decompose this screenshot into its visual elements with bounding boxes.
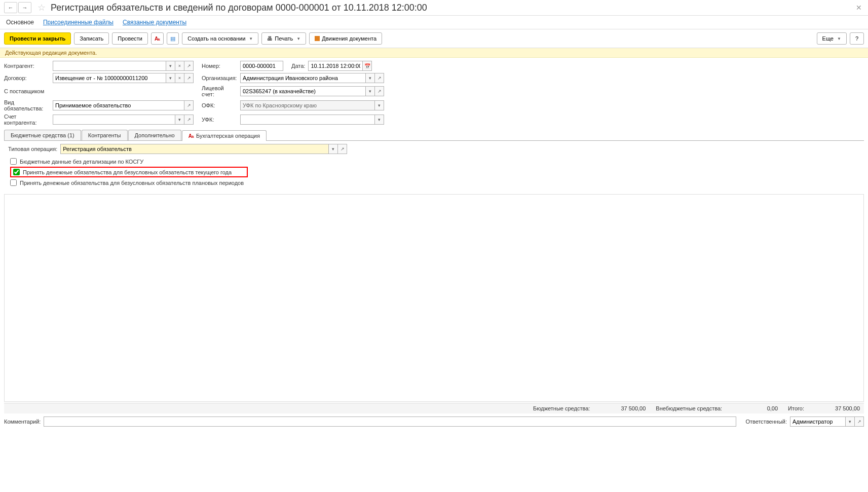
favorite-icon[interactable]: ☆ (37, 2, 46, 13)
budget-label: Бюджетные средства: (533, 405, 590, 411)
chk-kosgu-label: Бюджетные данные без детализации по КОСГ… (20, 159, 143, 165)
more-button[interactable]: Еще▼ (817, 32, 847, 45)
tab-accounting[interactable]: AₖБухгалтерская операция (182, 130, 267, 141)
chk-plan-periods[interactable] (10, 179, 17, 186)
open-icon[interactable]: ↗ (855, 417, 864, 427)
open-icon[interactable]: ↗ (184, 61, 194, 71)
obligation-type-input[interactable] (53, 100, 184, 110)
open-icon[interactable]: ↗ (184, 115, 194, 125)
print-button[interactable]: Печать▼ (261, 32, 306, 45)
ufk-input[interactable] (240, 115, 375, 125)
footer-totals: Бюджетные средства:37 500,00 Внебюджетны… (4, 403, 864, 413)
ofk-input[interactable] (240, 100, 375, 110)
more-label: Еще (822, 35, 834, 42)
clear-icon[interactable]: × (175, 61, 184, 71)
movements-button[interactable]: Движения документа (309, 32, 382, 45)
form-area: Контрагент: ▾ × ↗ Номер: Дата: Договор: … (0, 58, 868, 193)
print-label: Печать (275, 35, 293, 42)
number-label: Номер: (202, 63, 237, 69)
tab-additional[interactable]: Дополнительно (128, 130, 181, 140)
ofk-label: ОФК: (202, 102, 237, 108)
responsible-input[interactable] (790, 417, 846, 427)
list-button[interactable]: ▤ (167, 32, 179, 45)
open-icon[interactable]: ↗ (375, 86, 384, 96)
movements-label: Движения документа (322, 35, 376, 42)
comment-label: Комментарий: (4, 419, 41, 425)
dropdown-icon[interactable]: ▾ (175, 115, 184, 125)
chevron-down-icon: ▼ (296, 36, 300, 41)
page-title: Регистрация обязательств и сведений по д… (51, 3, 427, 13)
budget-value: 37 500,00 (605, 405, 646, 411)
open-icon[interactable]: ↗ (184, 73, 194, 83)
tab-content: Типовая операция: ▾ ↗ Бюджетные данные б… (4, 141, 864, 190)
offbudget-value: 0,00 (737, 405, 778, 411)
operation-input[interactable] (60, 144, 329, 154)
dropdown-icon[interactable]: ▾ (329, 144, 338, 154)
create-based-label: Создать на основании (187, 35, 245, 42)
nav-files[interactable]: Присоединенные файлы (43, 19, 114, 26)
bottom-bar: Комментарий: Ответственный: ▾ ↗ (0, 413, 868, 430)
date-label: Дата: (291, 63, 305, 69)
calendar-icon[interactable] (363, 61, 372, 71)
chk-kosgu[interactable] (10, 158, 17, 165)
open-icon[interactable]: ↗ (184, 100, 194, 110)
contract-label: Договор: (4, 75, 50, 81)
dropdown-icon[interactable]: ▾ (846, 417, 855, 427)
account-label: Счет контрагента: (4, 113, 50, 126)
print-icon (267, 35, 273, 42)
chevron-down-icon: ▼ (837, 36, 841, 41)
tab-counterparties[interactable]: Контрагенты (82, 130, 128, 140)
chk-plan-periods-label: Принять денежные обязательства для безус… (20, 180, 244, 186)
akt-button[interactable]: Aₖ (151, 32, 164, 45)
chk-row-1: Бюджетные данные без детализации по КОСГ… (8, 157, 860, 166)
akt-icon: Aₖ (155, 36, 160, 42)
tab-budget[interactable]: Бюджетные средства (1) (4, 130, 81, 140)
clear-icon[interactable]: × (175, 73, 184, 83)
responsible-label: Ответственный: (745, 419, 787, 425)
org-label: Организация: (202, 75, 237, 81)
date-input[interactable] (308, 61, 363, 71)
personal-acc-label: Лицевой счет: (202, 85, 237, 97)
forward-button[interactable]: → (18, 2, 31, 13)
ufk-label: УФК: (202, 117, 237, 123)
dropdown-icon[interactable]: ▾ (366, 86, 375, 96)
nav-main[interactable]: Основное (6, 19, 34, 26)
number-input[interactable] (240, 61, 283, 71)
counterparty-input[interactable] (53, 61, 166, 71)
header-bar: ← → ☆ Регистрация обязательств и сведени… (0, 0, 868, 16)
chk-row-2-wrapper: Принять денежные обязательства для безус… (8, 166, 860, 178)
write-button[interactable]: Записать (74, 32, 109, 45)
contract-input[interactable] (53, 73, 166, 83)
tab-accounting-label: Бухгалтерская операция (196, 133, 260, 139)
dropdown-icon[interactable]: ▾ (375, 115, 384, 125)
back-button[interactable]: ← (4, 2, 17, 13)
total-label: Итого: (788, 405, 804, 411)
help-button[interactable]: ? (850, 32, 864, 45)
dropdown-icon[interactable]: ▾ (166, 61, 175, 71)
dropdown-icon[interactable]: ▾ (166, 73, 175, 83)
nav-related[interactable]: Связанные документы (123, 19, 186, 26)
post-close-button[interactable]: Провести и закрыть (4, 32, 71, 45)
account-input[interactable] (53, 115, 175, 125)
post-button[interactable]: Провести (112, 32, 148, 45)
tabs: Бюджетные средства (1) Контрагенты Допол… (4, 130, 864, 141)
org-input[interactable] (240, 73, 366, 83)
personal-acc-input[interactable] (240, 86, 366, 96)
dropdown-icon[interactable]: ▾ (375, 100, 384, 110)
list-icon: ▤ (170, 35, 175, 42)
operation-label: Типовая операция: (8, 146, 57, 152)
obligation-type-label: Вид обязательства: (4, 99, 50, 111)
chk-current-year[interactable] (13, 169, 20, 175)
comment-input[interactable] (44, 417, 736, 427)
create-based-button[interactable]: Создать на основании▼ (182, 32, 258, 45)
close-icon[interactable]: ✕ (854, 3, 864, 13)
status-line: Действующая редакция документа. (0, 48, 868, 58)
dropdown-icon[interactable]: ▾ (366, 73, 375, 83)
nav-links: Основное Присоединенные файлы Связанные … (0, 16, 868, 29)
open-icon[interactable]: ↗ (375, 73, 384, 83)
doc-move-icon (315, 36, 320, 41)
chevron-down-icon: ▼ (249, 36, 253, 41)
akt-icon: Aₖ (188, 133, 194, 139)
supplier-label: С поставщиком (4, 88, 50, 94)
open-icon[interactable]: ↗ (338, 144, 347, 154)
